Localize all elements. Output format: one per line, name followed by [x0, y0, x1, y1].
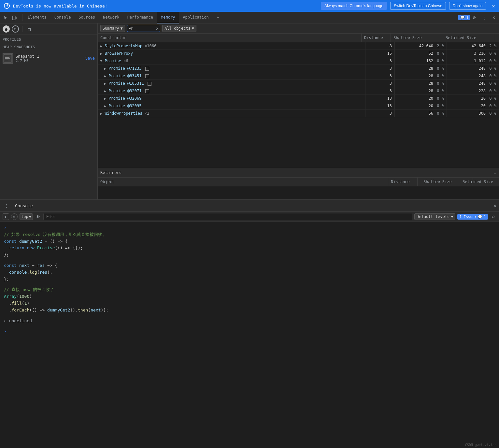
- console-eye-button[interactable]: 👁: [35, 213, 41, 220]
- retainers-section: Retainers ≡ Object Distance Shallow Size…: [98, 168, 499, 199]
- tab-memory[interactable]: Memory: [157, 12, 179, 23]
- match-language-button[interactable]: Always match Chrome's language: [321, 2, 387, 10]
- filter-select[interactable]: All objects ▼: [162, 25, 196, 32]
- table-row[interactable]: ▶ Promise @32095 13 20 0 % 20 0 %: [98, 102, 499, 110]
- table-row[interactable]: ▶ Promise @32071 3 28 0 % 228 0 %: [98, 87, 499, 95]
- table-row[interactable]: ▶ Promise @71233 3 28 0 % 248 0 %: [98, 65, 499, 72]
- col-distance[interactable]: Distance: [362, 34, 391, 42]
- console-result-value: undefined: [9, 318, 32, 323]
- console-issues-badge[interactable]: 1 Issue: 💬 1: [457, 214, 488, 220]
- console-block-1: › // 如果 resolve 没有被调用，那么就直接被回收。 const du…: [4, 224, 495, 258]
- heap-table-container: Constructor Distance Shallow Size Retain…: [98, 34, 499, 168]
- cell-retained: 1 012 0 %: [447, 57, 499, 65]
- cell-retained: 248 0 %: [447, 65, 499, 72]
- info-bar-close-button[interactable]: ×: [492, 3, 495, 9]
- expand-arrow[interactable]: ▶: [104, 89, 106, 93]
- node-icon: [145, 89, 149, 93]
- console-stop-button[interactable]: ⊘: [11, 213, 18, 220]
- retainers-body: [98, 186, 499, 199]
- inspect-element-icon[interactable]: [1, 14, 9, 22]
- console-close-button[interactable]: ×: [493, 203, 496, 209]
- table-row[interactable]: ▶ Promise @32069 13 20 0 % 20 0 %: [98, 95, 499, 102]
- table-row[interactable]: ▶ Promise @83451 3 28 0 % 248 0 %: [98, 72, 499, 80]
- col-constructor[interactable]: Constructor: [98, 34, 362, 42]
- expand-arrow[interactable]: ▶: [104, 67, 106, 70]
- view-select[interactable]: Summary ▼: [100, 25, 125, 32]
- retainers-menu-icon[interactable]: ≡: [494, 170, 496, 175]
- table-row[interactable]: ▶ Promise ×6 3 152 0 % 1 012 0 %: [98, 57, 499, 65]
- tab-network[interactable]: Network: [99, 12, 123, 23]
- content-toolbar: Summary ▼ ✕ All objects ▼: [98, 23, 499, 34]
- expand-arrow[interactable]: ▶: [100, 112, 102, 115]
- expand-arrow[interactable]: ▶: [104, 74, 106, 78]
- more-options-icon[interactable]: ⋮: [480, 14, 488, 22]
- cell-distance: 3: [365, 72, 395, 79]
- record-button[interactable]: ●: [3, 25, 10, 33]
- console-block-3: // 直接 new 的被回收了 Array(1000) .fill(1) .fo…: [4, 286, 495, 313]
- retainers-col-distance[interactable]: Distance: [388, 178, 418, 186]
- console-tab-label[interactable]: Console: [12, 203, 36, 208]
- tab-more[interactable]: »: [213, 12, 223, 23]
- cell-distance: 3: [365, 57, 395, 65]
- expand-arrow[interactable]: ▶: [104, 104, 106, 108]
- col-retained[interactable]: Retained Size: [443, 34, 495, 42]
- console-section: ⋮ Console × ▶ ⊘ top ▼ 👁 Default levels ▼…: [0, 199, 499, 338]
- settings-icon[interactable]: ⚙: [470, 14, 478, 22]
- table-row[interactable]: ▶ BrowserProxy 15 52 0 % 3 216 0 %: [98, 50, 499, 57]
- cell-constructor: ▶ Promise ×6: [98, 57, 365, 65]
- switch-language-button[interactable]: Switch DevTools to Chinese: [390, 2, 446, 10]
- svg-rect-0: [12, 16, 15, 20]
- console-arrow-prompt: ›: [4, 225, 7, 230]
- expand-arrow[interactable]: ▶: [100, 60, 103, 62]
- svg-rect-4: [5, 57, 9, 58]
- close-devtools-icon[interactable]: ×: [490, 14, 498, 22]
- scrollbar-spacer: [495, 34, 499, 42]
- tab-elements[interactable]: Elements: [24, 12, 50, 23]
- cell-constructor: ▶ BrowserProxy: [98, 50, 365, 57]
- cell-retained: 228 0 %: [447, 87, 499, 94]
- sidebar: ● ⊘ 🗑 Profiles HEAP SNAPSHOTS Snapshot 1…: [0, 23, 98, 199]
- console-context-select[interactable]: top ▼: [20, 213, 33, 220]
- tab-left-icons: [1, 14, 18, 22]
- retainers-col-retained[interactable]: Retained Size: [460, 178, 499, 186]
- cell-shallow: 20 0 %: [395, 95, 447, 102]
- table-row[interactable]: ▶ Promise @105311 3 28 0 % 248 0 %: [98, 80, 499, 87]
- info-icon: i: [4, 3, 10, 9]
- snapshot-item[interactable]: Snapshot 1 2.7 MB Save: [0, 51, 97, 65]
- expand-arrow[interactable]: ▶: [100, 52, 102, 55]
- stop-recording-button[interactable]: ⊘: [12, 25, 19, 33]
- search-clear-button[interactable]: ✕: [156, 26, 159, 31]
- retainers-columns: Object Distance Shallow Size Retained Si…: [98, 178, 499, 186]
- table-row[interactable]: ▶ WindowProperties ×2 3 56 0 % 300 0 %: [98, 110, 499, 117]
- table-row[interactable]: ▶ StylePropertyMap ×1066 8 42 640 2 % 42…: [98, 42, 499, 50]
- tab-sources[interactable]: Sources: [75, 12, 99, 23]
- console-settings-icon[interactable]: ⚙: [490, 213, 496, 220]
- tab-application[interactable]: Application: [179, 12, 212, 23]
- console-filter-input[interactable]: [43, 213, 412, 220]
- tab-notification-badge[interactable]: 💬 1: [458, 15, 470, 20]
- device-toolbar-icon[interactable]: [10, 14, 18, 22]
- cell-shallow: 56 0 %: [395, 110, 447, 117]
- dont-show-button[interactable]: Don't show again: [449, 2, 486, 10]
- retainers-col-object[interactable]: Object: [98, 178, 388, 186]
- expand-arrow[interactable]: ▶: [100, 44, 102, 48]
- console-content: › // 如果 resolve 没有被调用，那么就直接被回收。 const du…: [0, 222, 499, 338]
- snapshot-save-button[interactable]: Save: [85, 56, 95, 61]
- console-run-button[interactable]: ▶: [3, 213, 9, 220]
- expand-arrow[interactable]: ▶: [104, 82, 106, 85]
- console-input-line: ›: [4, 328, 495, 335]
- csdn-watermark: CSDN @wei-vivian: [465, 443, 496, 447]
- console-more-icon[interactable]: ⋮: [3, 202, 10, 210]
- cell-shallow: 28 0 %: [395, 80, 447, 87]
- col-shallow[interactable]: Shallow Size: [391, 34, 443, 42]
- search-input[interactable]: [129, 26, 155, 31]
- table-scroll-area[interactable]: ▶ StylePropertyMap ×1066 8 42 640 2 % 42…: [98, 42, 499, 168]
- clear-profiles-button[interactable]: 🗑: [26, 25, 33, 33]
- tab-console[interactable]: Console: [50, 12, 75, 23]
- console-levels-select[interactable]: Default levels ▼: [414, 213, 455, 220]
- tab-performance[interactable]: Performance: [123, 12, 157, 23]
- expand-arrow[interactable]: ▶: [104, 97, 106, 100]
- snapshot-icon: [3, 53, 13, 64]
- svg-rect-1: [15, 17, 16, 19]
- cell-shallow: 152 0 %: [395, 57, 447, 65]
